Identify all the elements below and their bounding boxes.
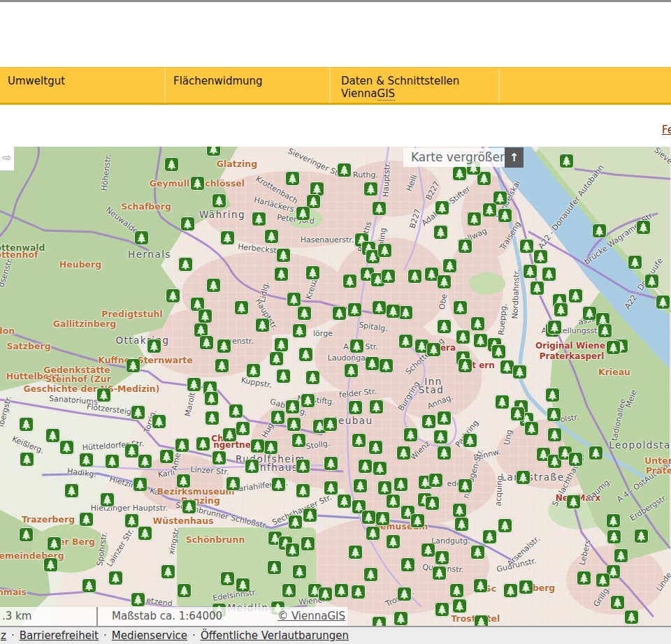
tree-monument-marker-icon[interactable] [105,454,120,469]
tree-monument-marker-icon[interactable] [212,193,226,208]
tree-monument-marker-icon[interactable] [516,470,531,485]
tree-monument-marker-icon[interactable] [523,264,537,279]
tree-monument-marker-icon[interactable] [108,571,123,585]
tree-monument-marker-icon[interactable] [180,217,195,231]
tree-monument-marker-icon[interactable] [636,220,651,235]
tree-monument-marker-icon[interactable] [347,302,362,317]
tree-monument-marker-icon[interactable] [190,176,205,191]
tree-monument-marker-icon[interactable] [288,515,303,529]
tree-monument-marker-icon[interactable] [152,414,166,429]
tree-monument-marker-icon[interactable] [592,224,607,238]
tree-monument-marker-icon[interactable] [442,258,457,273]
tree-monument-marker-icon[interactable] [212,451,226,465]
tree-monument-marker-icon[interactable] [161,564,175,579]
tree-monument-marker-icon[interactable] [43,557,58,572]
tree-monument-marker-icon[interactable] [432,566,447,580]
tree-monument-marker-icon[interactable] [598,323,612,338]
tree-monument-marker-icon[interactable] [607,529,621,544]
tree-monument-marker-icon[interactable] [204,391,219,406]
tree-monument-marker-icon[interactable] [433,430,448,444]
tree-monument-marker-icon[interactable] [64,483,79,498]
tree-monument-marker-icon[interactable] [596,573,610,587]
nav-item-daten-schnittstellen[interactable]: Daten & Schnittstellen ViennaGIS [329,68,498,103]
tree-monument-marker-icon[interactable] [435,602,449,617]
tree-monument-marker-icon[interactable] [159,449,174,464]
tree-monument-marker-icon[interactable] [147,339,161,353]
tree-monument-marker-icon[interactable] [124,444,139,458]
tree-monument-marker-icon[interactable] [229,404,243,418]
tree-monument-marker-icon[interactable] [217,339,231,353]
tree-monument-marker-icon[interactable] [287,292,301,307]
tree-monument-marker-icon[interactable] [138,526,152,541]
tree-monument-marker-icon[interactable] [381,269,396,284]
tree-monument-marker-icon[interactable] [318,587,333,601]
tree-monument-marker-icon[interactable] [332,306,347,321]
tree-monument-marker-icon[interactable] [298,347,313,362]
tree-monument-marker-icon[interactable] [292,564,307,579]
tree-monument-marker-icon[interactable] [236,578,250,592]
tree-monument-marker-icon[interactable] [473,578,488,593]
tree-monument-marker-icon[interactable] [421,414,436,429]
tree-monument-marker-icon[interactable] [433,225,448,240]
tree-monument-marker-icon[interactable] [19,417,34,432]
tree-monument-marker-icon[interactable] [303,508,317,522]
tree-monument-marker-icon[interactable] [397,587,412,601]
tree-monument-marker-icon[interactable] [131,592,145,607]
tree-monument-marker-icon[interactable] [410,513,425,528]
tree-monument-marker-icon[interactable] [255,318,270,332]
tree-monument-marker-icon[interactable] [246,363,261,378]
tree-monument-marker-icon[interactable] [559,154,574,168]
tree-monument-marker-icon[interactable] [437,446,452,460]
tree-monument-marker-icon[interactable] [363,567,378,582]
tree-monument-marker-icon[interactable] [456,330,470,344]
footer-link[interactable]: Barrierefreiheit [20,629,99,642]
tree-monument-marker-icon[interactable] [369,400,384,414]
tree-monument-marker-icon[interactable] [205,411,219,425]
tree-monument-marker-icon[interactable] [396,446,411,460]
tree-monument-marker-icon[interactable] [348,545,363,559]
tree-monument-marker-icon[interactable] [175,438,189,453]
tree-monument-marker-icon[interactable] [519,580,533,594]
tree-monument-marker-icon[interactable] [178,257,193,272]
tree-monument-marker-icon[interactable] [324,481,338,495]
tree-monument-marker-icon[interactable] [610,595,625,610]
tree-monument-marker-icon[interactable] [524,421,539,436]
tree-monument-marker-icon[interactable] [458,358,472,373]
tree-monument-marker-icon[interactable] [566,495,581,509]
tree-monument-marker-icon[interactable] [301,393,315,408]
tree-monument-marker-icon[interactable] [236,421,250,436]
tree-monument-marker-icon[interactable] [437,275,452,289]
tree-monument-marker-icon[interactable] [386,494,401,508]
tree-monument-marker-icon[interactable] [324,456,338,471]
tree-monument-marker-icon[interactable] [377,481,392,495]
tree-monument-marker-icon[interactable] [530,281,544,295]
tree-monument-marker-icon[interactable] [554,302,568,317]
tree-monument-marker-icon[interactable] [365,356,380,371]
tree-monument-marker-icon[interactable] [421,543,435,557]
tree-monument-marker-icon[interactable] [473,333,488,348]
tree-monument-marker-icon[interactable] [199,335,214,350]
tree-monument-marker-icon[interactable] [519,239,534,254]
tree-monument-marker-icon[interactable] [386,304,401,319]
tree-monument-marker-icon[interactable] [344,363,359,378]
tree-monument-marker-icon[interactable] [296,483,310,498]
tree-monument-marker-icon[interactable] [582,306,597,321]
tree-monument-marker-icon[interactable] [274,337,289,352]
tree-monument-marker-icon[interactable] [133,477,147,492]
tree-monument-marker-icon[interactable] [267,560,282,575]
footer-link[interactable]: Öffentliche Verlautbarungen [201,629,349,642]
tree-monument-marker-icon[interactable] [533,249,548,264]
tree-monument-marker-icon[interactable] [96,388,111,402]
tree-monument-marker-icon[interactable] [547,320,562,335]
tree-monument-marker-icon[interactable] [176,474,191,488]
tree-monument-marker-icon[interactable] [470,545,485,559]
tree-monument-marker-icon[interactable] [187,377,201,392]
tree-monument-marker-icon[interactable] [547,407,561,422]
tree-monument-marker-icon[interactable] [426,342,441,357]
tree-monument-marker-icon[interactable] [428,473,443,488]
footer-link[interactable]: z [1,629,6,642]
tree-monument-marker-icon[interactable] [498,208,512,223]
enlarge-map-button[interactable]: ↑ [505,147,524,168]
tree-monument-marker-icon[interactable] [19,527,34,542]
tree-monument-marker-icon[interactable] [394,477,408,492]
